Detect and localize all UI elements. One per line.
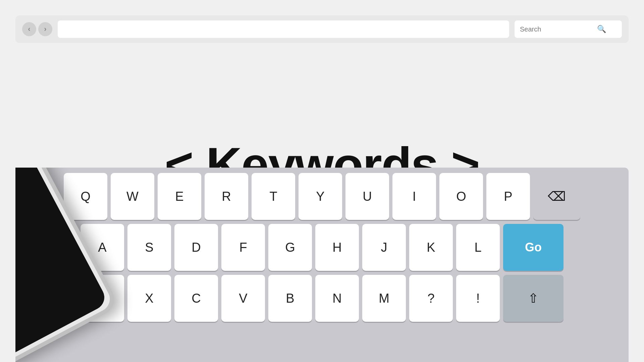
- phone-body: [15, 168, 120, 362]
- key-M[interactable]: M: [362, 275, 406, 322]
- key-L[interactable]: L: [456, 224, 500, 271]
- key-Y[interactable]: Y: [299, 173, 342, 220]
- go-button[interactable]: Go: [503, 224, 564, 271]
- key-T[interactable]: T: [252, 173, 295, 220]
- phone-screen: [15, 168, 109, 361]
- key-F[interactable]: F: [221, 224, 265, 271]
- key-U[interactable]: U: [345, 173, 389, 220]
- key-I[interactable]: I: [392, 173, 436, 220]
- key-K[interactable]: K: [409, 224, 453, 271]
- key-V[interactable]: V: [221, 275, 265, 322]
- key-H[interactable]: H: [315, 224, 359, 271]
- key-P[interactable]: P: [486, 173, 530, 220]
- key-J[interactable]: J: [362, 224, 406, 271]
- key-exclaim[interactable]: !: [456, 275, 500, 322]
- key-B[interactable]: B: [268, 275, 312, 322]
- key-R[interactable]: R: [205, 173, 248, 220]
- key-question[interactable]: ?: [409, 275, 453, 322]
- key-N[interactable]: N: [315, 275, 359, 322]
- phone-overlay: [15, 168, 190, 362]
- backspace-key[interactable]: ⌫: [533, 173, 580, 220]
- shift-key[interactable]: ⇧: [503, 275, 564, 322]
- key-O[interactable]: O: [439, 173, 483, 220]
- key-G[interactable]: G: [268, 224, 312, 271]
